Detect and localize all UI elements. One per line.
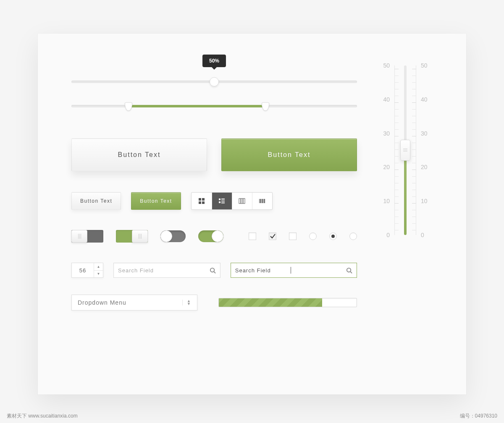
search-field-focused[interactable]: Search Field xyxy=(231,263,357,278)
number-stepper[interactable]: 56 ▲ ▼ xyxy=(71,263,103,278)
vertical-slider[interactable]: 50403020100 50403020100 xyxy=(378,62,433,238)
grid-icon xyxy=(198,198,205,204)
checkbox-unchecked[interactable] xyxy=(249,232,256,240)
checkbox-checked[interactable] xyxy=(269,232,276,240)
columns-icon xyxy=(239,198,245,204)
svg-rect-16 xyxy=(262,199,263,203)
checkbox-unchecked-2[interactable] xyxy=(289,232,297,240)
svg-point-19 xyxy=(210,268,214,272)
svg-line-20 xyxy=(214,272,215,273)
switch-rect-on[interactable] xyxy=(116,230,148,243)
search-field[interactable]: Search Field xyxy=(113,263,220,278)
svg-rect-7 xyxy=(219,201,220,203)
svg-rect-11 xyxy=(241,198,243,204)
switch-rect-off[interactable] xyxy=(71,230,103,243)
search-text: Search Field xyxy=(235,267,290,274)
pill-dot-icon xyxy=(212,230,223,242)
svg-rect-5 xyxy=(221,198,225,199)
svg-rect-10 xyxy=(239,198,241,204)
search-icon xyxy=(346,267,352,274)
ui-kit-canvas: 50% Button Text Button Text Button Text … xyxy=(38,34,466,394)
switch-pill-off[interactable] xyxy=(160,230,186,242)
dropdown-menu[interactable]: Dropdown Menu ▲▼ xyxy=(71,295,197,311)
svg-rect-13 xyxy=(259,199,260,203)
check-icon xyxy=(270,233,276,239)
text-cursor-icon xyxy=(291,267,291,274)
vscale-left: 50403020100 xyxy=(378,62,390,238)
footer-id: 编号：04976310 xyxy=(460,413,497,420)
svg-rect-14 xyxy=(260,199,261,203)
svg-rect-1 xyxy=(202,198,205,201)
search-placeholder: Search Field xyxy=(118,267,210,274)
progress-bar xyxy=(218,298,357,307)
stepper-value: 56 xyxy=(72,263,94,277)
radio-unselected[interactable] xyxy=(309,232,317,240)
vslider-handle-icon[interactable] xyxy=(400,140,410,161)
svg-rect-9 xyxy=(221,203,225,204)
search-icon xyxy=(210,267,216,274)
dropdown-label: Dropdown Menu xyxy=(78,299,182,306)
vscale-right: 50403020100 xyxy=(421,62,433,238)
footer-credit: 素材天下 www.sucaitianxia.com xyxy=(7,413,78,420)
big-button-light[interactable]: Button Text xyxy=(71,138,207,171)
slider-range[interactable] xyxy=(71,101,357,113)
small-button-green[interactable]: Button Text xyxy=(131,192,181,210)
list-icon xyxy=(218,198,225,204)
segment-grid[interactable] xyxy=(192,193,212,209)
stepper-up-icon[interactable]: ▲ xyxy=(94,263,103,271)
segment-columns[interactable] xyxy=(232,193,252,209)
svg-rect-6 xyxy=(221,200,225,201)
barcode-icon xyxy=(259,198,265,204)
dropdown-sort-icon: ▲▼ xyxy=(182,300,191,306)
switch-knob-icon xyxy=(71,230,87,243)
big-button-green[interactable]: Button Text xyxy=(221,138,357,171)
slider-handle-icon[interactable] xyxy=(210,77,219,86)
small-button-light[interactable]: Button Text xyxy=(71,192,121,210)
range-handle-left-icon[interactable] xyxy=(125,102,132,111)
svg-point-21 xyxy=(347,268,351,272)
slider-range-fill xyxy=(129,105,265,107)
slider-tooltip: 50% xyxy=(202,55,226,67)
svg-rect-15 xyxy=(261,199,262,203)
svg-line-22 xyxy=(350,272,352,273)
page-footer: 素材天下 www.sucaitianxia.com 编号：04976310 xyxy=(0,413,504,420)
segmented-control xyxy=(191,192,273,210)
svg-rect-8 xyxy=(221,201,225,202)
svg-rect-3 xyxy=(202,201,205,204)
progress-fill xyxy=(219,298,322,307)
segment-barcode[interactable] xyxy=(252,193,272,209)
svg-rect-2 xyxy=(199,201,201,204)
svg-rect-18 xyxy=(264,199,265,203)
pill-dot-icon xyxy=(160,230,172,242)
svg-rect-0 xyxy=(199,198,201,201)
range-handle-right-icon[interactable] xyxy=(262,102,269,111)
segment-list[interactable] xyxy=(212,193,232,209)
svg-rect-12 xyxy=(243,198,245,204)
switch-knob-icon xyxy=(132,230,148,243)
slider-single[interactable]: 50% xyxy=(71,59,357,92)
stepper-down-icon[interactable]: ▼ xyxy=(94,271,103,278)
switch-pill-on[interactable] xyxy=(198,230,223,242)
svg-rect-17 xyxy=(263,199,264,203)
radio-unselected-2[interactable] xyxy=(349,232,357,240)
radio-selected[interactable] xyxy=(329,232,337,240)
svg-rect-4 xyxy=(219,198,220,200)
